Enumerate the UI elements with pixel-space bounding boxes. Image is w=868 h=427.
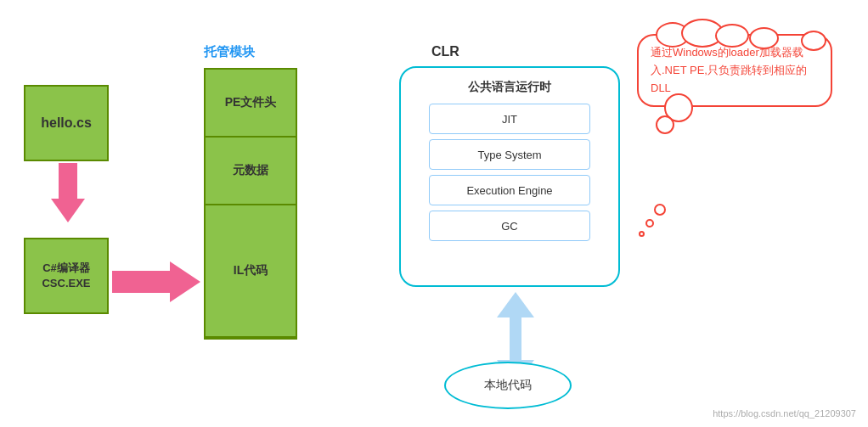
managed-module-label: 托管模块: [204, 44, 255, 60]
clr-item-jit: JIT: [429, 104, 590, 134]
thought-bubble-text: 通过Windows的loader加载器载入.NET PE,只负责跳转到相应的DL…: [651, 46, 807, 94]
thought-dot-3: [639, 231, 645, 237]
clr-label: CLR: [431, 44, 459, 59]
clr-box: 公共语言运行时 JIT Type System Execution Engine…: [399, 66, 620, 287]
hello-cs-label: hello.cs: [41, 115, 92, 131]
thought-bubble-body: 通过Windows的loader加载器载入.NET PE,只负责跳转到相应的DL…: [637, 34, 832, 107]
managed-module-box: PE文件头 元数据 IL代码: [204, 68, 297, 340]
arrow-shaft-right: [112, 271, 170, 293]
watermark: https://blog.csdn.net/qq_21209307: [713, 408, 856, 419]
clr-item-execution-engine: Execution Engine: [429, 175, 590, 205]
thought-bubble: 通过Windows的loader加载器载入.NET PE,只负责跳转到相应的DL…: [637, 34, 832, 107]
thought-dot-1: [654, 204, 666, 216]
module-section-il: IL代码: [206, 205, 296, 338]
native-code-ellipse: 本地代码: [444, 362, 572, 409]
module-section-metadata: 元数据: [206, 138, 296, 205]
double-arrow-shaft: [510, 317, 521, 360]
module-section-pe: PE文件头: [206, 70, 296, 138]
arrow-head-right: [170, 261, 200, 302]
diagram-container: hello.cs C#编译器 CSC.EXE 托管模块 PE文件头 元数据 IL…: [0, 0, 868, 427]
compiler-label: C#编译器 CSC.EXE: [42, 261, 90, 291]
arrow-head-down: [51, 199, 85, 222]
cloud-bump-4: [749, 27, 779, 49]
clr-inner-label: 公共语言运行时: [468, 80, 551, 95]
arrow-shaft-down: [59, 163, 77, 199]
thought-dot-2: [645, 219, 654, 228]
arrow-down-hello-compiler: [51, 163, 85, 222]
hello-cs-box: hello.cs: [24, 85, 109, 161]
up-arrow-head: [497, 292, 534, 317]
arrow-right-compiler-module: [112, 261, 200, 302]
clr-item-gc: GC: [429, 211, 590, 241]
compiler-box: C#编译器 CSC.EXE: [24, 238, 109, 314]
clr-item-type-system: Type System: [429, 139, 590, 170]
cloud-bump-5: [801, 31, 826, 51]
native-code-label: 本地代码: [484, 378, 532, 393]
cloud-bump-3: [715, 24, 749, 48]
